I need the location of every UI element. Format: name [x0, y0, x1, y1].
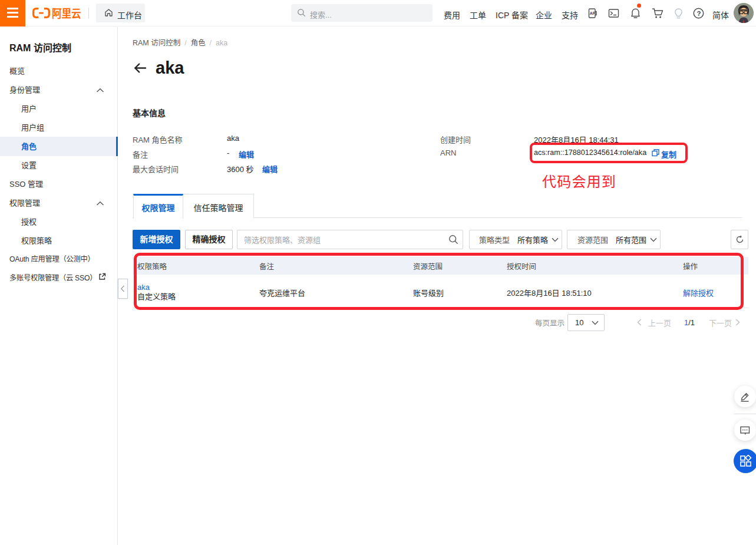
svg-text:AP: AP: [590, 11, 596, 15]
svg-text:?: ?: [696, 10, 701, 17]
